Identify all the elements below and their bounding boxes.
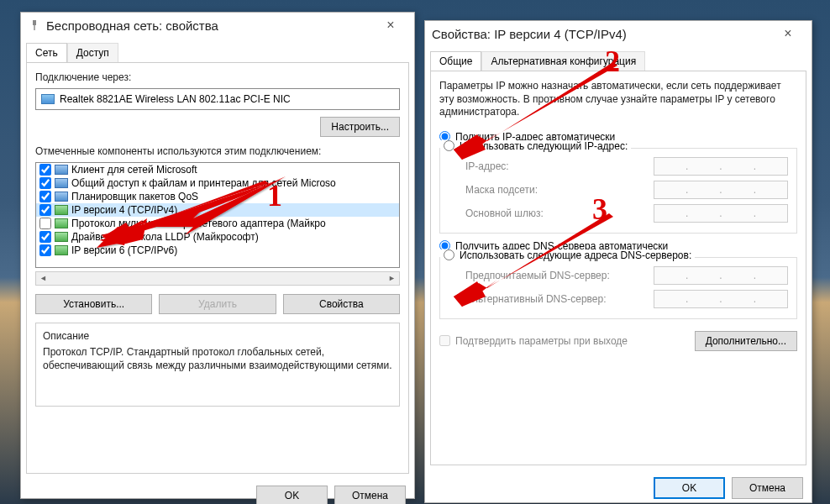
component-checkbox[interactable] — [39, 164, 51, 176]
tab-general[interactable]: Общие — [430, 51, 481, 71]
component-row[interactable]: IP версии 4 (TCP/IPv4) — [36, 203, 399, 217]
annotation-1-number: 1 — [267, 178, 282, 213]
component-checkbox[interactable] — [39, 218, 51, 229]
component-checkbox[interactable] — [39, 191, 51, 202]
component-row[interactable]: Драйвер протокола LLDP (Майкрософт) — [36, 230, 399, 244]
scroll-left-icon[interactable]: ◄ — [36, 272, 50, 285]
window-title: Беспроводная сеть: свойства — [46, 18, 374, 33]
gateway-input: ... — [654, 204, 788, 223]
scroll-right-icon[interactable]: ► — [385, 272, 399, 285]
component-checkbox[interactable] — [39, 204, 51, 216]
cancel-button[interactable]: Отмена — [334, 486, 406, 504]
titlebar: Свойства: IP версии 4 (TCP/IPv4) × — [425, 21, 812, 46]
wifi-icon — [28, 18, 41, 32]
mask-row: Маска подсети: ... — [465, 181, 788, 199]
tab-alt-config[interactable]: Альтернативная конфигурация — [481, 51, 645, 71]
component-label: Протокол мультиплексора сетевого адаптер… — [71, 218, 326, 229]
connect-via-label: Подключение через: — [35, 71, 400, 83]
radio-ip-manual-label: Использовать следующий IP-адрес: — [460, 140, 628, 152]
component-label: Общий доступ к файлам и принтерам для се… — [71, 177, 336, 189]
component-checkbox[interactable] — [39, 177, 51, 189]
components-label: Отмеченные компоненты используются этим … — [35, 145, 400, 157]
component-label: IP версии 4 (TCP/IPv4) — [71, 204, 177, 216]
dns-alt-label: Альтернативный DNS-сервер: — [465, 293, 654, 305]
advanced-button[interactable]: Дополнительно... — [695, 331, 797, 351]
validate-checkbox — [439, 335, 450, 346]
component-row[interactable]: Протокол мультиплексора сетевого адаптер… — [36, 217, 399, 230]
component-label: Драйвер протокола LLDP (Майкрософт) — [71, 231, 259, 243]
ok-button[interactable]: OK — [256, 486, 328, 504]
radio-ip-manual[interactable]: Использовать следующий IP-адрес: — [440, 140, 631, 152]
tab-access[interactable]: Доступ — [67, 43, 118, 62]
adapter-box: Realtek 8821AE Wireless LAN 802.11ac PCI… — [35, 88, 400, 110]
component-label: IP версии 6 (TCP/IPv6) — [71, 244, 177, 256]
ip-address-row: IP-адрес: ... — [465, 157, 788, 176]
component-checkbox[interactable] — [39, 231, 51, 243]
description-text: Протокол TCP/IP. Стандартный протокол гл… — [43, 345, 392, 372]
component-row[interactable]: Общий доступ к файлам и принтерам для се… — [36, 176, 399, 190]
wireless-properties-window: Беспроводная сеть: свойства × Сеть Досту… — [20, 12, 415, 499]
delete-button: Удалить — [159, 294, 276, 314]
component-icon — [55, 178, 68, 188]
close-icon[interactable]: × — [771, 26, 805, 41]
ip-address-label: IP-адрес: — [465, 160, 654, 172]
component-icon — [55, 218, 68, 228]
properties-button[interactable]: Свойства — [283, 294, 400, 314]
svg-rect-0 — [33, 20, 36, 25]
component-label: Планировщик пакетов QoS — [71, 191, 198, 202]
tab-network[interactable]: Сеть — [26, 43, 67, 62]
close-icon[interactable]: × — [374, 18, 407, 33]
component-icon — [55, 192, 68, 202]
component-scrollbar[interactable]: ◄ ► — [35, 271, 400, 286]
radio-dns-manual-label: Использовать следующие адреса DNS-сервер… — [460, 249, 691, 261]
mask-label: Маска подсети: — [465, 184, 654, 196]
install-button[interactable]: Установить... — [35, 294, 152, 314]
ip-group: Получить IP-адрес автоматически Использо… — [439, 131, 797, 234]
ipv4-properties-window: Свойства: IP версии 4 (TCP/IPv4) × Общие… — [424, 20, 812, 503]
dns-group: Получить адрес DNS-сервера автоматически… — [439, 240, 797, 319]
annotation-3-number: 3 — [592, 192, 607, 227]
titlebar: Беспроводная сеть: свойства × — [21, 13, 414, 38]
component-icon — [55, 205, 68, 215]
component-icon — [55, 165, 68, 175]
tabs: Сеть Доступ — [21, 43, 414, 62]
component-row[interactable]: Клиент для сетей Microsoft — [36, 163, 399, 176]
adapter-name: Realtek 8821AE Wireless LAN 802.11ac PCI… — [60, 93, 291, 105]
mask-input: ... — [654, 181, 788, 199]
component-checkbox[interactable] — [39, 244, 51, 256]
info-text: Параметры IP можно назначать автоматичес… — [439, 80, 797, 119]
description-fieldset: Описание Протокол TCP/IP. Стандартный пр… — [35, 323, 400, 407]
adapter-icon — [41, 94, 55, 104]
gateway-row: Основной шлюз: ... — [465, 204, 788, 223]
component-label: Клиент для сетей Microsoft — [71, 164, 197, 176]
cancel-button[interactable]: Отмена — [732, 477, 803, 499]
dns-alt-input: ... — [654, 290, 788, 308]
component-row[interactable]: Планировщик пакетов QoS — [36, 190, 399, 203]
ip-address-input: ... — [654, 157, 788, 176]
radio-dns-manual[interactable]: Использовать следующие адреса DNS-сервер… — [440, 249, 695, 261]
component-icon — [55, 232, 68, 242]
radio-ip-manual-input[interactable] — [444, 140, 454, 151]
annotation-2-number: 2 — [605, 44, 620, 79]
dns-pref-label: Предпочитаемый DNS-сервер: — [465, 270, 654, 281]
dns-alt-row: Альтернативный DNS-сервер: ... — [465, 290, 788, 308]
dns-pref-row: Предпочитаемый DNS-сервер: ... — [465, 266, 788, 285]
component-icon — [55, 245, 68, 255]
dns-pref-input: ... — [654, 266, 788, 285]
description-title: Описание — [43, 330, 392, 342]
component-list[interactable]: Клиент для сетей MicrosoftОбщий доступ к… — [35, 162, 400, 268]
validate-label: Подтвердить параметры при выходе — [455, 335, 695, 347]
radio-dns-manual-input[interactable] — [444, 249, 454, 260]
component-row[interactable]: IP версии 6 (TCP/IPv6) — [36, 244, 399, 257]
gateway-label: Основной шлюз: — [465, 207, 654, 219]
panel-network: Подключение через: Realtek 8821AE Wirele… — [26, 62, 409, 474]
ok-button[interactable]: OK — [654, 477, 725, 499]
window-title: Свойства: IP версии 4 (TCP/IPv4) — [432, 27, 771, 41]
panel-general: Параметры IP можно назначать автоматичес… — [430, 71, 806, 465]
svg-rect-1 — [34, 25, 35, 30]
configure-button[interactable]: Настроить... — [320, 117, 400, 137]
